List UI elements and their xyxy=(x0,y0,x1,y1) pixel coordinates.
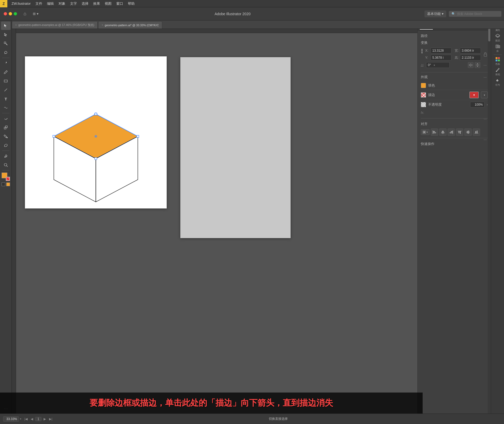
constraint-lock-icon[interactable] xyxy=(483,51,488,58)
stroke-options-arrow[interactable]: ▾ xyxy=(481,92,488,98)
path-section-title: 路径 xyxy=(421,34,488,38)
h-input[interactable] xyxy=(460,55,481,61)
appearance-section: 外观 ··· 填色 描边 xyxy=(421,74,488,116)
nav-first-button[interactable]: |◀ xyxy=(23,417,29,421)
align-bottom-button[interactable] xyxy=(473,128,480,136)
strip-icon-swatches[interactable]: 色板 xyxy=(492,56,503,66)
minimize-button[interactable] xyxy=(9,12,12,15)
strip-properties-label: 属性 xyxy=(495,29,500,32)
align-to-dropdown[interactable]: ▾ xyxy=(421,129,430,135)
menu-file[interactable]: 文件 xyxy=(33,1,44,7)
tool-paintbucket[interactable] xyxy=(1,132,10,141)
swap-icon[interactable] xyxy=(2,183,5,186)
nav-next-button[interactable]: ▶ xyxy=(43,417,47,421)
home-button[interactable]: ⌂ xyxy=(21,10,29,18)
align-left-button[interactable] xyxy=(431,128,438,136)
menu-object[interactable]: 对象 xyxy=(56,1,67,7)
align-center-h-button[interactable] xyxy=(439,128,447,136)
tool-rectangle[interactable] xyxy=(1,77,10,85)
align-more-button[interactable]: ··· xyxy=(482,137,488,142)
menu-view[interactable]: 视图 xyxy=(103,1,114,7)
tool-type[interactable]: T xyxy=(1,95,10,103)
close-button[interactable] xyxy=(4,12,7,15)
zoom-arrow[interactable]: ▾ xyxy=(20,417,21,420)
color-fill-box[interactable] xyxy=(2,173,10,181)
reset-icon[interactable] xyxy=(6,183,10,186)
menu-text[interactable]: 文字 xyxy=(68,1,79,7)
angle-input-box[interactable]: 0° ▾ xyxy=(426,62,450,68)
align-top-button[interactable] xyxy=(456,128,463,136)
svg-marker-27 xyxy=(471,65,472,66)
search-box[interactable]: 🔍 xyxy=(449,11,501,17)
nav-last-button[interactable]: ▶| xyxy=(48,417,53,421)
align-center-v-button[interactable] xyxy=(464,128,472,136)
flip-icons xyxy=(468,62,480,68)
tool-lasso[interactable] xyxy=(1,48,10,57)
tool-line[interactable] xyxy=(1,86,10,94)
flip-horizontal-icon[interactable] xyxy=(468,62,474,68)
tool-curvature[interactable] xyxy=(1,104,10,112)
svg-rect-62 xyxy=(496,57,497,59)
x-input[interactable] xyxy=(430,48,452,53)
stroke-options-chevron: ▾ xyxy=(484,94,485,96)
align-right-button[interactable] xyxy=(448,128,455,136)
zoom-input[interactable] xyxy=(3,416,19,422)
divider-1 xyxy=(421,72,488,72)
tool-direct-selection[interactable] xyxy=(1,30,10,39)
title-bar: ⌂ ⊞ ▾ Adobe Illustrator 2020 基本功能 ▾ 🔍 xyxy=(0,7,504,20)
layout-button[interactable]: ⊞ ▾ xyxy=(31,11,41,17)
tool-selection[interactable] xyxy=(1,22,10,30)
menu-zwllustrator[interactable]: ZW.llustrator xyxy=(9,1,33,6)
tool-blob-brush[interactable] xyxy=(1,141,10,149)
tab-1-close[interactable]: × xyxy=(15,24,17,26)
svg-rect-50 xyxy=(475,131,476,133)
align-buttons-container: ▾ xyxy=(421,128,488,136)
workspace-button[interactable]: 基本功能 ▾ xyxy=(424,10,446,17)
appearance-more-btn2[interactable]: ··· xyxy=(482,116,488,121)
strip-icon-brushes[interactable]: 画笔 xyxy=(492,67,503,76)
artboard-1 xyxy=(25,56,167,208)
menu-edit[interactable]: 编辑 xyxy=(45,1,56,7)
flip-vertical-icon[interactable] xyxy=(475,62,480,68)
w-input[interactable] xyxy=(460,48,481,53)
appearance-more-button[interactable]: ··· xyxy=(482,74,488,80)
ruler-horizontal xyxy=(12,29,423,33)
menu-help[interactable]: 帮助 xyxy=(126,1,137,7)
strip-icon-library[interactable]: 库 xyxy=(492,44,503,53)
tool-rotate[interactable] xyxy=(1,114,10,123)
tool-zoom[interactable] xyxy=(1,161,10,169)
y-input[interactable] xyxy=(430,55,452,61)
h-field: 高: xyxy=(455,55,481,61)
stroke-dropdown-icon: ▼ xyxy=(473,94,475,96)
search-input[interactable] xyxy=(457,12,496,16)
fill-swatch[interactable] xyxy=(421,83,426,88)
tab-2[interactable]: × geometric-pattern.ai* @ 33.33% (CMYK/C xyxy=(98,21,162,29)
align-to-arrow: ▾ xyxy=(427,131,428,133)
menu-window[interactable]: 窗口 xyxy=(114,1,125,7)
panel-scrollbar[interactable] xyxy=(488,20,491,424)
tool-scale[interactable] xyxy=(1,123,10,132)
strip-icon-symbols[interactable]: ♣ 符号 xyxy=(492,77,503,87)
transform-more-button[interactable]: ··· xyxy=(482,62,488,68)
angle-dropdown-arrow[interactable]: ▾ xyxy=(433,64,436,67)
opacity-row: 不透明度 › xyxy=(421,100,488,109)
tool-eraser[interactable] xyxy=(1,152,10,160)
strip-icon-layers[interactable]: 图层 xyxy=(492,33,503,42)
tab-1[interactable]: × geometric-pattern-examples.ai @ 17.46%… xyxy=(12,21,98,29)
workspace-arrow: ▾ xyxy=(442,12,444,16)
tool-pencil[interactable] xyxy=(1,68,10,76)
opacity-input[interactable] xyxy=(470,102,485,108)
menu-select[interactable]: 选择 xyxy=(80,1,91,7)
maximize-button[interactable] xyxy=(14,12,17,15)
tool-magic-wand[interactable] xyxy=(1,39,10,48)
menu-effects[interactable]: 效果 xyxy=(91,1,102,7)
tool-pen[interactable] xyxy=(1,59,10,67)
w-label: 宽: xyxy=(455,49,459,53)
nav-prev-button[interactable]: ◀ xyxy=(30,417,34,421)
stroke-dropdown-button[interactable]: ▼ xyxy=(469,92,479,98)
tab-2-close[interactable]: × xyxy=(102,24,103,26)
opacity-label: 不透明度 xyxy=(428,102,468,107)
svg-rect-21 xyxy=(95,158,97,160)
fill-label: 填色 xyxy=(428,83,488,88)
stroke-swatch[interactable] xyxy=(421,92,426,98)
